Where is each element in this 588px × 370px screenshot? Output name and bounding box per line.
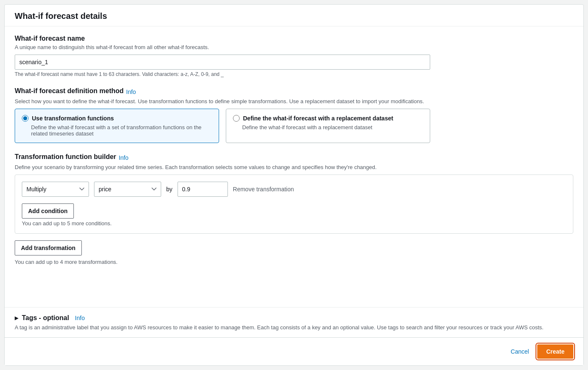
transform-builder-info[interactable]: Info (119, 154, 128, 161)
tags-section: ▶ Tags - optional Info A tag is an admin… (5, 307, 583, 337)
transform-builder-desc: Define your scenario by transforming you… (15, 164, 573, 170)
tags-header[interactable]: ▶ Tags - optional Info (15, 314, 573, 322)
radio-card-transform[interactable]: Use transformation functions Define the … (15, 109, 219, 143)
card-footer: Cancel Create (5, 337, 583, 365)
radio-desc-replacement: Define the what-if forecast with a repla… (233, 124, 423, 130)
transform-box: Multiply Add Subtract Divide price deman… (15, 175, 573, 234)
forecast-name-hint: The what-if forecast name must have 1 to… (15, 71, 573, 77)
radio-title-transform: Use transformation functions (22, 115, 212, 122)
radio-desc-transform: Define the what-if forecast with a set o… (22, 124, 212, 137)
card-body: What-if forecast name A unique name to d… (5, 26, 583, 307)
card-header: What-if forecast details (5, 5, 583, 26)
radio-input-transform[interactable] (22, 115, 29, 122)
definition-method-info[interactable]: Info (126, 89, 136, 95)
radio-title-replacement: Define the what-if forecast with a repla… (233, 115, 423, 122)
definition-method-section: What-if forecast definition method Info … (15, 87, 573, 143)
radio-input-replacement[interactable] (233, 115, 240, 122)
by-label: by (166, 186, 172, 193)
cancel-button[interactable]: Cancel (507, 348, 533, 355)
transform-builder-label: Transformation function builder (15, 153, 116, 161)
tags-desc: A tag is an administrative label that yo… (15, 324, 573, 331)
tags-title: Tags - optional (22, 314, 69, 322)
forecast-name-input[interactable] (15, 55, 430, 70)
conditions-hint: You can add up to 5 more conditions. (22, 220, 566, 227)
radio-options: Use transformation functions Define the … (15, 109, 430, 143)
radio-label-replacement: Define the what-if forecast with a repla… (243, 115, 393, 122)
create-button[interactable]: Create (537, 344, 573, 359)
add-condition-area: Add condition You can add up to 5 more c… (22, 203, 566, 227)
transform-builder-section: Transformation function builder Info Def… (15, 153, 573, 265)
page-wrapper: What-if forecast details What-if forecas… (0, 0, 588, 370)
tags-triangle: ▶ (15, 315, 18, 321)
forecast-name-label: What-if forecast name (15, 35, 573, 42)
definition-method-label: What-if forecast definition method (15, 87, 124, 95)
definition-method-desc: Select how you want to define the what-i… (15, 98, 573, 104)
forecast-name-section: What-if forecast name A unique name to d… (15, 35, 573, 77)
forecast-name-desc: A unique name to distinguish this what-i… (15, 44, 573, 50)
page-title: What-if forecast details (15, 11, 573, 21)
add-transformation-hint: You can add up to 4 more transformations… (15, 259, 573, 265)
remove-transformation-button[interactable]: Remove transformation (233, 186, 294, 193)
by-value-input[interactable] (178, 182, 228, 197)
field-select[interactable]: price demand quantity (94, 182, 161, 197)
add-transformation-button[interactable]: Add transformation (15, 240, 82, 255)
radio-label-transform: Use transformation functions (32, 115, 114, 122)
tags-info[interactable]: Info (75, 315, 85, 321)
add-transformation-area: Add transformation You can add up to 4 m… (15, 240, 573, 265)
operation-select[interactable]: Multiply Add Subtract Divide (22, 182, 89, 197)
add-condition-button[interactable]: Add condition (22, 203, 74, 219)
transform-row: Multiply Add Subtract Divide price deman… (22, 182, 566, 197)
radio-card-replacement[interactable]: Define the what-if forecast with a repla… (226, 109, 430, 143)
main-card: What-if forecast details What-if forecas… (4, 4, 584, 366)
